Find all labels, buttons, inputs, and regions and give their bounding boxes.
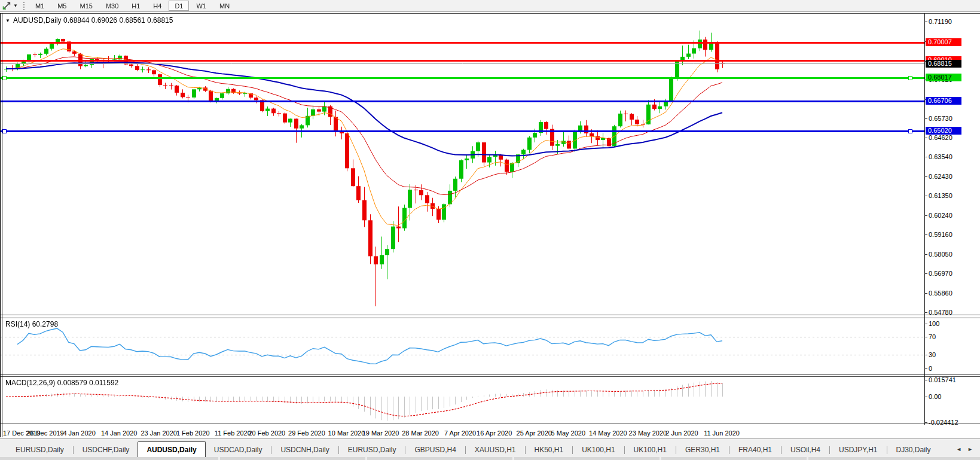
date-label: 14 Jan 2020 bbox=[101, 429, 138, 437]
tab-scroll-left-icon[interactable]: ◄ bbox=[956, 446, 961, 452]
price-line-label[interactable]: 0.68017 bbox=[926, 74, 961, 81]
chart-tab-ger30-h1[interactable]: GER30,H1 bbox=[677, 443, 728, 458]
chart-tab-gbpusd-h4[interactable]: GBPUSD,H4 bbox=[406, 443, 464, 458]
timeframe-button-w1[interactable]: W1 bbox=[190, 1, 212, 11]
rsi-scale-label: 0 bbox=[929, 365, 932, 372]
date-label: 2 Jun 2020 bbox=[665, 429, 698, 437]
chart-tab-usdjpy-h1[interactable]: USDJPY,H1 bbox=[831, 443, 886, 458]
price-tick-label: 0.60240 bbox=[929, 212, 952, 219]
chart-tab-usdchf-daily[interactable]: USDCHF,Daily bbox=[74, 443, 138, 458]
timeframe-button-mn[interactable]: MN bbox=[213, 1, 236, 11]
tab-separator bbox=[73, 446, 74, 454]
status-strip-divider bbox=[218, 457, 220, 460]
status-strip bbox=[0, 457, 980, 460]
status-strip-divider bbox=[660, 457, 661, 460]
timeframe-button-h4[interactable]: H4 bbox=[147, 1, 167, 11]
chart-tab-eurusd-daily[interactable]: EURUSD,Daily bbox=[7, 443, 72, 458]
chart-tab-audusd-daily[interactable]: AUDUSD,Daily bbox=[138, 441, 205, 458]
tab-separator bbox=[271, 446, 271, 454]
tab-separator bbox=[781, 446, 781, 454]
date-label: 28 Mar 2020 bbox=[402, 429, 439, 437]
chart-tab-bar: EURUSD,DailyUSDCHF,DailyAUDUSD,DailyUSDC… bbox=[0, 438, 980, 460]
tab-separator bbox=[729, 446, 729, 454]
price-axis-spine bbox=[924, 13, 925, 425]
chart-tab-eurusd-daily[interactable]: EURUSD,Daily bbox=[340, 443, 405, 458]
date-label: 11 Feb 2020 bbox=[215, 429, 251, 437]
price-tick-label: 0.54780 bbox=[929, 309, 952, 316]
macd-scale-label: 0.00 bbox=[929, 393, 941, 400]
tab-separator bbox=[405, 446, 405, 454]
date-label: 14 May 2020 bbox=[589, 429, 627, 437]
tab-separator bbox=[465, 446, 466, 454]
chart-tab-uk100-h1[interactable]: UK100,H1 bbox=[573, 443, 623, 458]
price-line-label[interactable]: 0.70007 bbox=[926, 38, 961, 46]
chart-cursor-icon[interactable] bbox=[2, 2, 11, 10]
price-tick-label: 0.63540 bbox=[929, 153, 952, 160]
price-tick-label: 0.58050 bbox=[929, 251, 952, 258]
chart-tab-usdcad-daily[interactable]: USDCAD,Daily bbox=[206, 443, 271, 458]
tab-separator bbox=[624, 446, 625, 454]
rsi-scale-label: 30 bbox=[929, 351, 936, 358]
tab-separator bbox=[676, 446, 676, 454]
price-tick-label: 0.55860 bbox=[929, 290, 952, 297]
date-label: 19 Mar 2020 bbox=[362, 429, 399, 437]
macd-canvas[interactable] bbox=[1, 377, 924, 424]
price-tick-label: 0.61350 bbox=[929, 192, 952, 199]
tab-separator bbox=[829, 446, 830, 454]
macd-scale-label: -0.024412 bbox=[929, 419, 958, 426]
symbol-dropdown-caret[interactable]: ▼ bbox=[5, 18, 10, 23]
date-label: 23 Jan 2020 bbox=[141, 429, 177, 437]
timeframe-button-h1[interactable]: H1 bbox=[126, 1, 146, 11]
status-strip-divider bbox=[807, 457, 808, 460]
price-tick-label: 0.64620 bbox=[929, 134, 952, 141]
price-line-label[interactable]: 0.66706 bbox=[926, 97, 961, 105]
timeframe-button-m15[interactable]: M15 bbox=[74, 1, 98, 11]
timeframe-button-m30[interactable]: M30 bbox=[100, 1, 124, 11]
date-label: 7 Apr 2020 bbox=[444, 429, 476, 437]
tab-scroll-controls: ◄ ► bbox=[956, 446, 973, 452]
date-label: 26 Dec 2019 bbox=[26, 429, 63, 437]
rsi-indicator-label: RSI(14) 60.2798 bbox=[5, 320, 58, 328]
price-tick-label: 0.56970 bbox=[929, 270, 952, 277]
date-label: 23 May 2020 bbox=[629, 429, 667, 437]
cursor-dropdown-caret[interactable]: ▼ bbox=[13, 3, 18, 8]
status-strip-divider bbox=[365, 457, 367, 460]
price-line-label[interactable]: 0.65020 bbox=[926, 127, 961, 135]
status-strip-divider bbox=[512, 457, 514, 460]
date-label: 5 May 2020 bbox=[551, 429, 585, 437]
timeframe-button-m5[interactable]: M5 bbox=[51, 1, 72, 11]
tab-scroll-right-icon[interactable]: ► bbox=[967, 446, 973, 452]
date-label: 10 Mar 2020 bbox=[328, 429, 365, 437]
rsi-canvas[interactable] bbox=[1, 318, 924, 374]
tab-separator bbox=[338, 446, 339, 454]
tab-separator bbox=[525, 446, 526, 454]
chart-tab-dj30-daily[interactable]: DJ30,Daily bbox=[888, 443, 939, 458]
chart-symbol-label: AUDUSD,Daily bbox=[13, 16, 62, 25]
macd-indicator-label: MACD(12,26,9) 0.008579 0.011592 bbox=[5, 379, 118, 387]
chart-tab-xauusd-h1[interactable]: XAUUSD,H1 bbox=[466, 443, 524, 458]
price-tick-label: 0.62430 bbox=[929, 173, 952, 180]
top-toolbar: ▼ M1M5M15M30H1H4D1W1MN bbox=[0, 0, 980, 12]
timeframe-button-m1[interactable]: M1 bbox=[29, 1, 50, 11]
price-chart-canvas[interactable] bbox=[1, 14, 924, 315]
chart-tab-usdcnh-daily[interactable]: USDCNH,Daily bbox=[272, 443, 337, 458]
rsi-scale-label: 100 bbox=[929, 320, 939, 327]
date-label: 20 Feb 2020 bbox=[248, 429, 285, 437]
chart-area: ▼AUDUSD,Daily 0.68844 0.69026 0.68561 0.… bbox=[0, 12, 980, 438]
price-tick-label: 0.65730 bbox=[929, 115, 952, 122]
chart-tab-hk50-h1[interactable]: HK50,H1 bbox=[526, 443, 572, 458]
price-tick-label: 0.71190 bbox=[929, 18, 952, 25]
chart-tab-usoil-h4[interactable]: USOil,H4 bbox=[782, 443, 829, 458]
tab-separator bbox=[572, 446, 573, 454]
rsi-scale-label: 70 bbox=[929, 333, 936, 340]
date-label: 29 Feb 2020 bbox=[288, 429, 325, 437]
window-left-frame bbox=[0, 13, 2, 437]
chart-tab-fra40-h1[interactable]: FRA40,H1 bbox=[730, 443, 780, 458]
date-label: 4 Jan 2020 bbox=[63, 429, 95, 437]
tab-separator bbox=[887, 446, 887, 454]
chart-tab-uk100-h1[interactable]: UK100,H1 bbox=[625, 443, 675, 458]
timeframe-button-d1[interactable]: D1 bbox=[169, 1, 189, 11]
price-tick-label: 0.59160 bbox=[929, 231, 952, 238]
chart-title: ▼AUDUSD,Daily 0.68844 0.69026 0.68561 0.… bbox=[5, 16, 173, 25]
toolbar-grip bbox=[23, 2, 25, 10]
